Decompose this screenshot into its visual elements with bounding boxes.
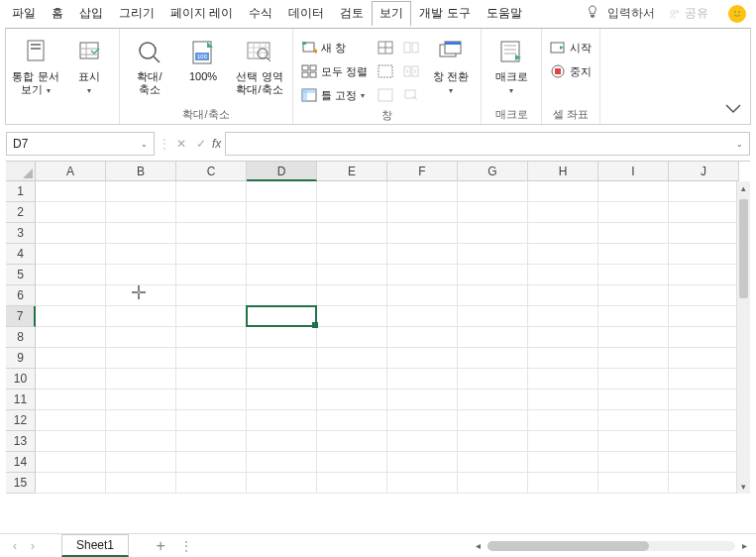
menu-view[interactable]: 보기 — [372, 1, 411, 27]
cell-B8[interactable] — [106, 327, 176, 348]
cell-I2[interactable] — [598, 202, 669, 223]
cell-H7[interactable] — [528, 306, 598, 327]
cell-E5[interactable] — [317, 265, 387, 285]
cell-J7[interactable] — [669, 306, 739, 327]
cell-G11[interactable] — [458, 390, 528, 410]
cell-J4[interactable] — [669, 244, 739, 265]
cell-A1[interactable] — [36, 181, 106, 202]
cell-C1[interactable] — [176, 181, 247, 202]
cell-B9[interactable] — [106, 348, 176, 369]
menu-developer[interactable]: 개발 도구 — [411, 1, 478, 26]
menu-pagelayout[interactable]: 페이지 레이 — [162, 1, 241, 26]
cell-A6[interactable] — [36, 285, 106, 306]
cell-C8[interactable] — [176, 327, 247, 348]
cell-I13[interactable] — [598, 431, 669, 452]
cell-E7[interactable] — [317, 306, 387, 327]
cell-F11[interactable] — [387, 390, 458, 410]
menu-home[interactable]: 홈 — [44, 1, 71, 26]
cell-H8[interactable] — [528, 327, 598, 348]
cell-I9[interactable] — [598, 348, 669, 369]
cell-I1[interactable] — [598, 181, 669, 202]
cell-C6[interactable] — [176, 285, 247, 306]
row-header-4[interactable]: 4 — [6, 244, 36, 265]
row-header-6[interactable]: 6 — [6, 285, 36, 306]
cell-A4[interactable] — [36, 244, 106, 265]
scroll-down-button[interactable]: ▾ — [737, 480, 750, 494]
cell-F2[interactable] — [387, 202, 458, 223]
cell-B13[interactable] — [106, 431, 176, 452]
cell-G8[interactable] — [458, 327, 528, 348]
cell-F1[interactable] — [387, 181, 458, 202]
collapse-ribbon-button[interactable] — [724, 102, 742, 118]
col-header-J[interactable]: J — [669, 162, 739, 181]
scroll-thumb[interactable] — [739, 199, 748, 298]
cell-E15[interactable] — [317, 473, 387, 494]
add-sheet-button[interactable]: + — [149, 537, 172, 555]
tell-me-input[interactable]: 입력하서 — [607, 5, 655, 22]
row-header-5[interactable]: 5 — [6, 265, 36, 285]
cell-J14[interactable] — [669, 452, 739, 473]
zoom-selection-button[interactable]: 선택 영역 확대/축소 — [231, 35, 288, 98]
zoom-100-button[interactable]: 100 100% — [177, 35, 229, 85]
menu-data[interactable]: 데이터 — [280, 1, 332, 26]
view-side-button[interactable] — [399, 37, 423, 58]
cell-C14[interactable] — [176, 452, 247, 473]
cell-H12[interactable] — [528, 410, 598, 431]
col-header-I[interactable]: I — [598, 162, 669, 181]
row-header-1[interactable]: 1 — [6, 181, 36, 202]
cell-F10[interactable] — [387, 369, 458, 390]
cell-D3[interactable] — [247, 223, 317, 244]
cell-H15[interactable] — [528, 473, 598, 494]
spreadsheet-grid[interactable]: ABCDEFGHIJ123456789101112131415 ▴ ▾ — [6, 161, 750, 494]
cell-F9[interactable] — [387, 348, 458, 369]
cell-G13[interactable] — [458, 431, 528, 452]
cell-B11[interactable] — [106, 390, 176, 410]
menu-help[interactable]: 도움말 — [479, 1, 530, 26]
hscroll-right[interactable]: ▸ — [739, 540, 750, 551]
cell-D1[interactable] — [247, 181, 317, 202]
cell-A3[interactable] — [36, 223, 106, 244]
cell-E6[interactable] — [317, 285, 387, 306]
cell-B4[interactable] — [106, 244, 176, 265]
cell-A12[interactable] — [36, 410, 106, 431]
cell-G1[interactable] — [458, 181, 528, 202]
cell-E12[interactable] — [317, 410, 387, 431]
col-header-G[interactable]: G — [458, 162, 528, 181]
cell-J13[interactable] — [669, 431, 739, 452]
cell-G3[interactable] — [458, 223, 528, 244]
macros-button[interactable]: 매크로▾ — [486, 35, 537, 99]
vertical-scrollbar[interactable]: ▴ ▾ — [736, 181, 750, 494]
cell-B6[interactable] — [106, 285, 176, 306]
scroll-up-button[interactable]: ▴ — [737, 181, 750, 195]
cell-I11[interactable] — [598, 390, 669, 410]
cell-H3[interactable] — [528, 223, 598, 244]
row-header-9[interactable]: 9 — [6, 348, 36, 369]
horizontal-scrollbar[interactable]: ◂ ▸ — [473, 540, 750, 551]
share-button[interactable]: 공유 — [663, 5, 714, 22]
row-header-8[interactable]: 8 — [6, 327, 36, 348]
cell-J15[interactable] — [669, 473, 739, 494]
col-header-B[interactable]: B — [106, 162, 176, 181]
row-header-11[interactable]: 11 — [6, 390, 36, 410]
cell-B12[interactable] — [106, 410, 176, 431]
cell-H13[interactable] — [528, 431, 598, 452]
feedback-smiley-icon[interactable] — [728, 5, 746, 23]
cell-G10[interactable] — [458, 369, 528, 390]
cell-D2[interactable] — [247, 202, 317, 223]
cell-B2[interactable] — [106, 202, 176, 223]
cell-H2[interactable] — [528, 202, 598, 223]
cell-E9[interactable] — [317, 348, 387, 369]
cell-B3[interactable] — [106, 223, 176, 244]
hscroll-left[interactable]: ◂ — [473, 540, 484, 551]
cell-D10[interactable] — [247, 369, 317, 390]
formula-input[interactable]: ⌄ — [225, 132, 750, 156]
stop-button[interactable]: 중지 — [546, 60, 595, 82]
arrange-all-button[interactable]: 모두 정렬 — [297, 60, 372, 82]
cell-C12[interactable] — [176, 410, 247, 431]
col-header-D[interactable]: D — [247, 162, 317, 181]
cell-H11[interactable] — [528, 390, 598, 410]
sheet-nav-prev[interactable]: ‹ — [6, 539, 24, 553]
cell-C15[interactable] — [176, 473, 247, 494]
hide-button[interactable] — [374, 60, 397, 82]
cell-G14[interactable] — [458, 452, 528, 473]
